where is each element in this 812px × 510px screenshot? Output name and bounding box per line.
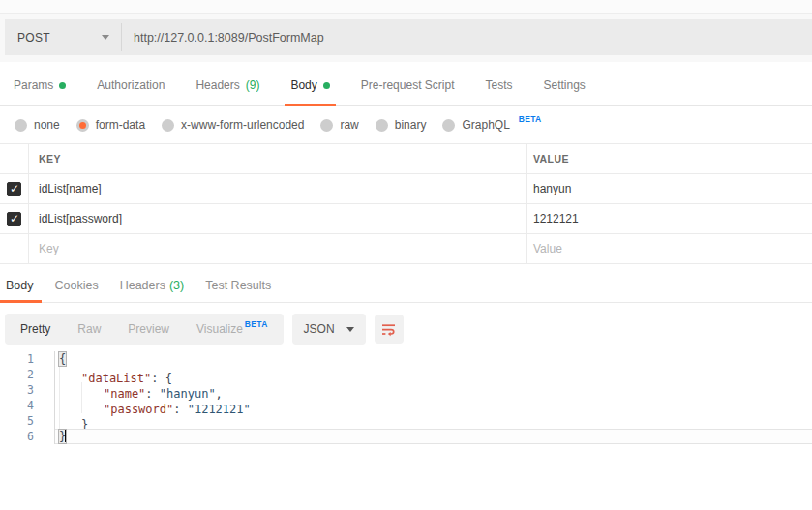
table-row-empty: Key Value: [0, 234, 812, 264]
indent-guide: [81, 398, 104, 413]
value-cell[interactable]: 1212121: [527, 204, 812, 233]
value-cell[interactable]: hanyun: [527, 174, 812, 203]
tab-authorization[interactable]: Authorization: [91, 78, 170, 105]
response-tab-body[interactable]: Body: [4, 279, 36, 302]
response-tab-cookies[interactable]: Cookies: [53, 279, 101, 302]
tab-label: Headers: [120, 279, 165, 292]
green-dot-icon: [59, 82, 66, 89]
response-toolbar: Pretty Raw Preview VisualizeBETA JSON: [5, 314, 812, 345]
indent-guide: [59, 367, 81, 382]
code-line-active: 6 }: [0, 429, 812, 444]
view-preview[interactable]: Preview: [128, 322, 169, 336]
table-header-row: KEY VALUE: [0, 144, 812, 174]
headers-count: (9): [246, 78, 260, 92]
indent-guide: [81, 382, 104, 398]
radio-icon: [320, 119, 333, 132]
language-select[interactable]: JSON: [292, 314, 366, 345]
request-tabs: Params Authorization Headers (9) Body Pr…: [0, 62, 812, 106]
text-cursor: [65, 430, 67, 442]
view-visualize[interactable]: VisualizeBETA: [196, 322, 268, 336]
line-number: 4: [0, 398, 55, 413]
radio-graphql[interactable]: GraphQL BETA: [442, 118, 541, 132]
radio-icon: [162, 119, 174, 132]
code-line: 5 }: [0, 413, 812, 429]
line-number: 2: [0, 367, 55, 382]
indent-guide: [59, 382, 81, 398]
window-top-strip: [0, 0, 812, 14]
row-checkbox[interactable]: [7, 212, 21, 226]
radio-none[interactable]: none: [15, 118, 60, 132]
section-gap: [0, 264, 812, 273]
line-number: 6: [0, 429, 55, 444]
chevron-down-icon: [102, 35, 109, 40]
green-dot-icon: [323, 82, 330, 89]
row-checkbox[interactable]: [7, 182, 21, 196]
code-text: {: [55, 351, 812, 367]
code-line: 4 "password": "1212121": [0, 398, 812, 413]
url-input[interactable]: http://127.0.0.1:8089/PostFormMap: [122, 19, 812, 55]
tab-label: Authorization: [97, 78, 165, 92]
radio-binary[interactable]: binary: [376, 118, 427, 132]
row-select-cell: [0, 204, 29, 233]
tab-label: Body: [6, 279, 34, 292]
code-text: "dataList": {: [55, 367, 812, 382]
line-number: 5: [0, 413, 55, 429]
tab-label: Pre-request Script: [361, 78, 455, 92]
radio-raw[interactable]: raw: [320, 118, 358, 132]
radio-label: form-data: [96, 118, 145, 132]
request-url-row: POST http://127.0.0.1:8089/PostFormMap: [0, 14, 812, 62]
view-label: Visualize: [196, 322, 243, 336]
code-text: "name": "hanyun",: [55, 382, 812, 398]
response-tab-test-results[interactable]: Test Results: [203, 279, 273, 302]
bracket-token: {: [59, 352, 66, 366]
code-line: 3 "name": "hanyun",: [0, 382, 812, 398]
radio-icon: [15, 119, 27, 132]
tab-label: Cookies: [55, 279, 99, 292]
beta-badge: BETA: [245, 319, 268, 329]
code-line: 1 {: [0, 351, 812, 367]
radio-form-data[interactable]: form-data: [76, 118, 145, 132]
tab-settings[interactable]: Settings: [538, 78, 591, 105]
tab-label: Headers: [195, 78, 239, 92]
language-label: JSON: [304, 322, 335, 336]
response-body-editor[interactable]: 1 { 2 "dataList": { 3 "name": "hanyun", …: [0, 351, 812, 444]
select-column-header: [0, 144, 29, 173]
body-type-selector: none form-data x-www-form-urlencoded raw…: [0, 106, 812, 143]
wrap-text-icon: [380, 321, 397, 338]
code-text: "password": "1212121": [55, 398, 812, 413]
view-raw[interactable]: Raw: [77, 322, 101, 336]
radio-x-www-form-urlencoded[interactable]: x-www-form-urlencoded: [162, 118, 304, 132]
row-select-cell: [0, 174, 29, 203]
response-tabs: Body Cookies Headers (3) Test Results: [0, 273, 812, 303]
method-select[interactable]: POST: [5, 19, 121, 55]
response-tab-headers[interactable]: Headers (3): [118, 279, 187, 302]
beta-badge: BETA: [519, 114, 542, 124]
indent-guide: [59, 398, 81, 413]
view-mode-group: Pretty Raw Preview VisualizeBETA: [5, 314, 284, 345]
chevron-down-icon: [346, 327, 354, 332]
key-cell[interactable]: idList[password]: [29, 204, 527, 233]
code-line: 2 "dataList": {: [0, 367, 812, 382]
tab-params[interactable]: Params: [8, 78, 72, 105]
row-select-cell: [0, 234, 29, 263]
indent-guide: [59, 413, 81, 429]
tab-body[interactable]: Body: [285, 78, 335, 105]
key-cell-placeholder[interactable]: Key: [29, 234, 527, 263]
wrap-text-button[interactable]: [375, 315, 404, 344]
tab-label: Settings: [544, 78, 586, 92]
table-row: idList[name] hanyun: [0, 174, 812, 204]
value-cell-placeholder[interactable]: Value: [527, 234, 812, 263]
radio-label: GraphQL: [462, 118, 509, 132]
url-bar: POST http://127.0.0.1:8089/PostFormMap: [5, 19, 812, 55]
view-pretty[interactable]: Pretty: [20, 322, 50, 336]
key-column-header: KEY: [29, 144, 527, 173]
line-number: 3: [0, 382, 55, 398]
radio-label: none: [34, 118, 60, 132]
key-cell[interactable]: idList[name]: [29, 174, 527, 203]
radio-icon: [76, 119, 89, 132]
radio-label: x-www-form-urlencoded: [181, 118, 304, 132]
method-label: POST: [17, 31, 50, 45]
tab-pre-request-script[interactable]: Pre-request Script: [355, 78, 461, 105]
tab-tests[interactable]: Tests: [479, 78, 518, 105]
tab-headers[interactable]: Headers (9): [190, 78, 265, 105]
